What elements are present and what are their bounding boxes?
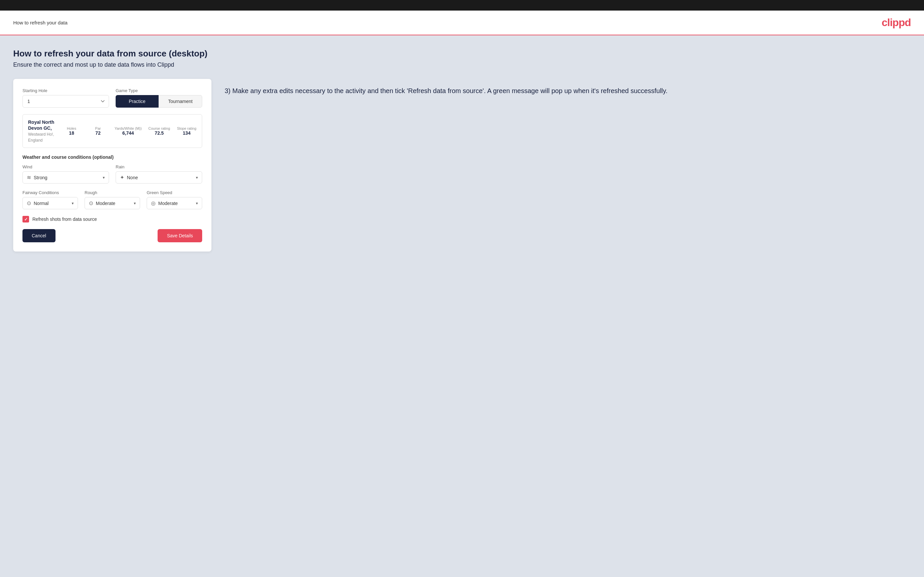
rain-label: Rain: [116, 164, 202, 169]
green-speed-chevron-icon: ▾: [196, 201, 198, 206]
header: How to refresh your data clippd: [0, 11, 924, 35]
green-speed-dropdown[interactable]: ◎ Moderate ▾: [147, 197, 202, 209]
content-area: Starting Hole 1 Game Type Practice Tourn…: [13, 79, 911, 251]
top-form-row: Starting Hole 1 Game Type Practice Tourn…: [23, 88, 202, 108]
course-location: Westward Ho!, England: [28, 132, 54, 143]
green-speed-icon: ◎: [151, 200, 156, 206]
top-bar: [0, 0, 924, 11]
rough-chevron-icon: ▾: [134, 201, 136, 206]
rain-dropdown[interactable]: ✦ None ▾: [116, 171, 202, 184]
fairway-label: Fairway Conditions: [23, 190, 78, 195]
weather-row: Wind ≋ Strong ▾ Rain ✦ None ▾: [23, 164, 202, 184]
holes-value: 18: [62, 131, 82, 136]
yards-label: Yards/White (M)): [115, 126, 142, 131]
rough-group: Rough ⊙ Moderate ▾: [84, 190, 140, 209]
green-speed-value: Moderate: [158, 201, 196, 206]
starting-hole-select[interactable]: 1: [23, 95, 109, 108]
green-speed-label: Green Speed: [147, 190, 202, 195]
wind-label: Wind: [23, 164, 109, 169]
wind-dropdown[interactable]: ≋ Strong ▾: [23, 171, 109, 184]
refresh-checkbox-row: Refresh shots from data source: [23, 216, 202, 222]
weather-section-title: Weather and course conditions (optional): [23, 155, 202, 160]
game-type-buttons: Practice Tournament: [116, 95, 202, 108]
side-text: 3) Make any extra edits necessary to the…: [225, 79, 911, 96]
side-text-content: 3) Make any extra edits necessary to the…: [225, 85, 911, 96]
rain-icon: ✦: [120, 174, 124, 181]
slope-rating-label: Slope rating: [177, 126, 197, 131]
game-type-group: Game Type Practice Tournament: [116, 88, 202, 108]
fairway-value: Normal: [34, 201, 72, 206]
practice-button[interactable]: Practice: [116, 95, 158, 108]
rough-dropdown[interactable]: ⊙ Moderate ▾: [84, 197, 140, 209]
conditions-row: Fairway Conditions ⊙ Normal ▾ Rough ⊙ Mo…: [23, 190, 202, 209]
cancel-button[interactable]: Cancel: [23, 229, 55, 242]
wind-value: Strong: [34, 175, 103, 180]
wind-chevron-icon: ▾: [103, 175, 105, 180]
course-name: Royal North Devon GC, Westward Ho!, Engl…: [28, 119, 55, 143]
green-speed-group: Green Speed ◎ Moderate ▾: [147, 190, 202, 209]
rain-group: Rain ✦ None ▾: [116, 164, 202, 184]
fairway-icon: ⊙: [27, 200, 31, 206]
wind-icon: ≋: [27, 174, 31, 181]
tournament-button[interactable]: Tournament: [158, 95, 202, 108]
par-value: 72: [88, 131, 108, 136]
course-rating-value: 72.5: [148, 131, 170, 136]
course-rating-label: Course rating: [148, 126, 170, 131]
form-card: Starting Hole 1 Game Type Practice Tourn…: [13, 79, 212, 251]
main-content: How to refresh your data from source (de…: [0, 35, 924, 577]
starting-hole-group: Starting Hole 1: [23, 88, 109, 108]
yards-stat: Yards/White (M)) 6,744: [115, 126, 142, 136]
starting-hole-label: Starting Hole: [23, 88, 109, 93]
save-button[interactable]: Save Details: [158, 229, 202, 242]
fairway-dropdown[interactable]: ⊙ Normal ▾: [23, 197, 78, 209]
rough-icon: ⊙: [89, 200, 93, 206]
course-table: Royal North Devon GC, Westward Ho!, Engl…: [23, 114, 202, 148]
header-title: How to refresh your data: [13, 20, 68, 26]
wind-group: Wind ≋ Strong ▾: [23, 164, 109, 184]
refresh-checkbox-label: Refresh shots from data source: [32, 216, 97, 222]
fairway-group: Fairway Conditions ⊙ Normal ▾: [23, 190, 78, 209]
slope-rating-stat: Slope rating 134: [177, 126, 197, 136]
rough-label: Rough: [84, 190, 140, 195]
fairway-chevron-icon: ▾: [72, 201, 74, 206]
course-rating-stat: Course rating 72.5: [148, 126, 170, 136]
holes-stat: Holes 18: [62, 126, 82, 136]
game-type-label: Game Type: [116, 88, 202, 93]
yards-value: 6,744: [115, 131, 142, 136]
par-label: Par: [88, 126, 108, 131]
course-row: Royal North Devon GC, Westward Ho!, Engl…: [23, 114, 202, 148]
holes-label: Holes: [62, 126, 82, 131]
page-subtitle: Ensure the correct and most up to date d…: [13, 61, 911, 68]
rough-value: Moderate: [96, 201, 134, 206]
par-stat: Par 72: [88, 126, 108, 136]
page-title: How to refresh your data from source (de…: [13, 48, 911, 59]
rain-value: None: [127, 175, 196, 180]
refresh-checkbox[interactable]: [23, 216, 29, 222]
slope-rating-value: 134: [177, 131, 197, 136]
button-row: Cancel Save Details: [23, 229, 202, 242]
course-name-main: Royal North Devon GC,: [28, 119, 54, 131]
logo: clippd: [882, 16, 911, 29]
rain-chevron-icon: ▾: [196, 175, 198, 180]
